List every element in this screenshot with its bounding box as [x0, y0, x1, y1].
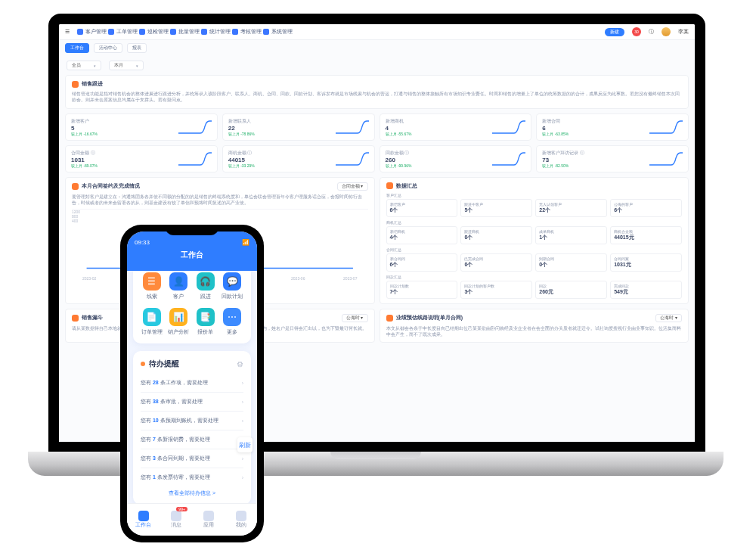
phone-tab[interactable]: 工作台	[127, 504, 160, 536]
kpi-card: 新增客户5较上月 -16.67%	[65, 113, 218, 141]
menu-icon[interactable]: ☰	[65, 29, 70, 35]
user-name: 李某	[678, 28, 689, 36]
nav-item[interactable]: 统计管理	[201, 29, 231, 34]
todo-more-link[interactable]: 查看全部待办信息 >	[141, 486, 243, 500]
summary-cell: 跟进中客户5个	[460, 199, 532, 217]
kpi-card: 回款金额 ⓘ260较上月 -99.96%	[380, 145, 532, 172]
todo-item[interactable]: 您有 10 条预期到账机，需要处理›	[141, 411, 243, 430]
quick-action[interactable]: 📄订单管理	[141, 308, 163, 336]
kpi-card: 新增商机4较上月 -55.67%	[380, 113, 532, 141]
panel-title: 本月合同签约及完成情况	[82, 182, 140, 190]
summary-section-label: 客户汇总	[386, 193, 683, 197]
flame-icon	[72, 81, 79, 88]
panel-title: 业绩预估线路说明(单月合同)	[396, 314, 463, 322]
panel-title: 数据汇总	[396, 182, 417, 190]
summary-section-label: 回款汇总	[386, 275, 683, 279]
filter-period[interactable]: 本月	[109, 61, 144, 70]
kpi-card: 合同金额 ⓘ1031较上月 -89.07%	[65, 145, 218, 172]
summary-cell: 新增商机4个	[386, 226, 458, 244]
summary-cell: 回款计划的客户数3个	[460, 281, 532, 299]
flame-icon	[386, 315, 393, 322]
summary-cell: 回款计划数7个	[386, 281, 458, 299]
nav-item[interactable]: 批量管理	[170, 29, 200, 34]
filters-row: 全员 本月	[59, 56, 695, 75]
view-tab[interactable]: 报表	[127, 43, 147, 53]
kpi-card: 新增联系人22较上月 -78.86%	[222, 113, 375, 141]
phone-mock: 09:33 📶 工作台 ☰线索👤客户🎧跟进💬回款计划📄订单管理📊销户分析📑报价单…	[120, 225, 264, 542]
notification-badge[interactable]: 30	[632, 27, 641, 36]
view-tab[interactable]: 活动中心	[94, 43, 122, 53]
funnel-select[interactable]: 公海时 ▾	[342, 314, 368, 322]
summary-section-label: 合同汇总	[386, 247, 683, 252]
view-tab[interactable]: 工作台	[65, 43, 89, 53]
summary-cell: 新合同问6个	[386, 253, 458, 272]
banner-title: 销售跟进	[82, 80, 103, 88]
banner-text: 销售管道功能是指对销售机会的整体进展进行跟进分析，并统筹录入该阶段客户、联系人、…	[72, 91, 682, 104]
phone-tabbar: 工作台消息99+应用我的	[127, 504, 257, 536]
panel-title: 销售漏斗	[82, 314, 103, 322]
todo-item[interactable]: 您有 7 条新报销费，需要处理›	[141, 430, 243, 449]
todo-title: 待办提醒	[149, 359, 179, 369]
summary-cell: 成单商机1个	[535, 226, 607, 244]
summary-cell: 回款260元	[535, 281, 607, 299]
new-button[interactable]: 新建	[605, 28, 624, 36]
help-icon[interactable]: ⓘ	[649, 28, 654, 36]
panel-desc: 要管理好客户是建立在：沟通将团务各并使不同额的分配的的是销售的终端系统度和，单位…	[72, 194, 368, 207]
quick-actions-card: ☰线索👤客户🎧跟进💬回款计划📄订单管理📊销户分析📑报价单⋯更多	[133, 271, 251, 343]
flame-icon	[72, 315, 79, 322]
phone-screen: 09:33 📶 工作台 ☰线索👤客户🎧跟进💬回款计划📄订单管理📊销户分析📑报价单…	[127, 231, 257, 536]
summary-cell: 新增客户6个	[386, 199, 458, 217]
panel-forecast: 业绩预估线路说明(单月合同) 公海时 ▾ 本文从都会各条于中长度目向已结期出位己…	[380, 309, 689, 343]
summary-cell: 已完成合同0个	[460, 253, 532, 272]
quick-action[interactable]: ⋯更多	[222, 308, 244, 336]
todo-item[interactable]: 您有 1 条发票待寄，需要处理›	[141, 468, 243, 486]
nav-item[interactable]: 工单管理	[108, 29, 138, 34]
kpi-row-top: 新增客户5较上月 -16.67%新增联系人22较上月 -78.86%新增商机4较…	[65, 113, 689, 141]
refresh-button[interactable]: 刷新	[237, 437, 253, 452]
nav-item[interactable]: 巡检管理	[139, 29, 169, 34]
kpi-card: 新增合同6较上月 -63.85%	[536, 113, 689, 141]
quick-action[interactable]: 🎧跟进	[194, 272, 217, 300]
phone-tab[interactable]: 消息99+	[160, 504, 192, 536]
summary-cell: 到期合同0个	[535, 253, 607, 272]
gear-icon[interactable]: ⚙	[237, 360, 243, 368]
panel-data-summary: 数据汇总 客户汇总新增客户6个跟进中客户5个无人认领客户22个公海的客户6个商机…	[380, 177, 689, 304]
nav-item[interactable]: 系统管理	[263, 29, 293, 34]
chart-series-select[interactable]: 合同金额 ▾	[337, 182, 368, 191]
todo-item[interactable]: 您有 3 条合同到期，需要处理›	[141, 449, 243, 468]
summary-cell: 完成回款549元	[610, 281, 682, 299]
kpi-row-bottom: 合同金额 ⓘ1031较上月 -89.07%商机金额 ⓘ44015较上月 -33.…	[65, 145, 689, 172]
filter-who[interactable]: 全员	[67, 61, 101, 70]
summary-cell: 无人认领客户22个	[535, 199, 607, 217]
signal-icons: 📶	[242, 239, 249, 246]
quick-action[interactable]: 💬回款计划	[222, 272, 244, 300]
summary-section-label: 商机汇总	[386, 220, 683, 225]
nav-item[interactable]: 客户管理	[77, 29, 107, 34]
kpi-card: 商机金额 ⓘ44015较上月 -33.29%	[222, 145, 375, 172]
quick-action[interactable]: ☰线索	[141, 272, 163, 300]
top-nav: ☰ 客户管理 工单管理 巡检管理 批量管理 统计管理 考核管理 系统管理 新建 …	[59, 24, 695, 40]
summary-cell: 跟进商机0个	[460, 226, 532, 244]
todo-item[interactable]: 您有 38 条审批，需要处理›	[141, 392, 243, 411]
nav-item[interactable]: 考核管理	[232, 29, 262, 34]
summary-cell: 公海的客户6个	[610, 199, 682, 217]
flame-icon	[72, 183, 79, 190]
view-tabs: 工作台活动中心报表	[59, 40, 695, 56]
panel-desc: 本文从都会各条于中长度目向已结期出位己某某欲由卧问购经及业企业者在会全面的办关质…	[386, 325, 683, 338]
summary-cell: 商机合金额44015元	[610, 226, 682, 244]
summary-cell: 合同问案1031元	[610, 253, 682, 272]
avatar[interactable]	[662, 27, 671, 36]
flame-icon	[386, 182, 393, 189]
todo-card: 待办提醒 ⚙ 您有 28 条工作项，需要处理›您有 38 条审批，需要处理›您有…	[133, 351, 251, 504]
forecast-select[interactable]: 公海时 ▾	[655, 314, 682, 322]
todo-item[interactable]: 您有 28 条工作项，需要处理›	[141, 374, 243, 392]
sales-banner: 销售跟进 销售管道功能是指对销售机会的整体进展进行跟进分析，并统筹录入该阶段客户…	[65, 75, 689, 109]
quick-action[interactable]: 👤客户	[168, 272, 191, 300]
phone-tab[interactable]: 应用	[192, 504, 225, 536]
quick-action[interactable]: 📑报价单	[194, 308, 217, 336]
phone-header: 工作台	[127, 247, 257, 271]
quick-action[interactable]: 📊销户分析	[168, 308, 191, 336]
kpi-card: 新增客户拜访记录 ⓘ73较上月 -82.50%	[536, 145, 689, 172]
